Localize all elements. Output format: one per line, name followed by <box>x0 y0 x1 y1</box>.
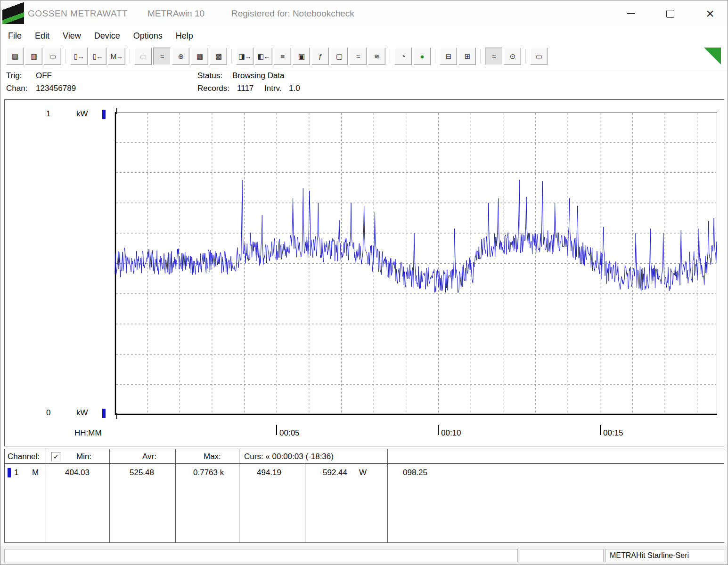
zoom-curve-icon: ≈ <box>492 53 495 60</box>
x-tick-mark <box>438 425 439 435</box>
cursor-view-button[interactable]: ⊕ <box>172 48 189 65</box>
timer-button[interactable]: ● <box>413 48 431 65</box>
measurement-table: Channel: ✓ Min: Avr: Max: Curs: « 00:00:… <box>4 449 724 543</box>
x-tick-label: 00:05 <box>279 428 300 438</box>
open-file-button[interactable]: ▭ <box>44 48 61 65</box>
annotation-button[interactable]: ▭ <box>530 48 548 65</box>
zoom-button[interactable]: ⊙ <box>504 48 521 65</box>
table-view-button[interactable]: ▦ <box>191 48 208 65</box>
records-label: Records: <box>197 84 229 93</box>
minimize-button[interactable] <box>619 4 643 23</box>
channel-mode: M <box>32 468 39 477</box>
save-data-button[interactable]: ▤ <box>6 48 24 65</box>
formula-icon: ƒ <box>319 53 322 60</box>
intrv-label: Intrv. <box>264 84 282 93</box>
read-device-button[interactable]: ▯→ <box>70 48 88 65</box>
trig-label: Trig: <box>6 71 22 81</box>
power-chart[interactable] <box>115 112 717 415</box>
cursor-a-value: 494.19 <box>257 468 281 477</box>
y-axis-max-unit: kW <box>76 109 88 119</box>
print-preview-button[interactable]: ⊟ <box>440 48 457 65</box>
min-value: 404.03 <box>65 468 90 477</box>
chan-value: 123456789 <box>36 84 76 93</box>
channel-list-button[interactable]: ≡ <box>274 48 291 65</box>
save-as-icon: ▥ <box>31 53 37 60</box>
menu-edit[interactable]: Edit <box>28 28 56 44</box>
read-memory-button[interactable]: M→ <box>108 48 125 65</box>
statusbar-message-field <box>4 549 518 562</box>
x-tick-mark <box>276 425 277 435</box>
import-data-button[interactable]: ◧← <box>255 48 272 65</box>
wave-b-button[interactable]: ≋ <box>368 48 385 65</box>
print-preview-icon: ⊟ <box>446 53 451 60</box>
print-button[interactable]: ⊞ <box>458 48 476 65</box>
chart-view-button[interactable]: ≈ <box>153 48 171 65</box>
menu-help[interactable]: Help <box>169 28 200 44</box>
zoom-icon: ⊙ <box>510 53 515 60</box>
channel-list-icon: ≡ <box>281 53 285 60</box>
records-value: 1117 <box>237 84 254 93</box>
cursor-delta-value: 098.25 <box>403 468 427 477</box>
chan-label: Chan: <box>6 84 27 93</box>
zoom-curve-button[interactable]: ≈ <box>485 48 502 65</box>
chart-view-icon: ≈ <box>160 53 164 60</box>
table-column-divider <box>239 449 239 542</box>
print-icon: ⊞ <box>465 53 470 60</box>
resize-grow-indicator-icon <box>704 48 721 65</box>
avr-value: 525.48 <box>130 468 154 477</box>
status-label: Status: <box>197 71 222 81</box>
close-button[interactable]: × <box>698 4 722 23</box>
color-settings-button[interactable]: ◔ <box>394 48 412 65</box>
menu-options[interactable]: Options <box>127 28 169 44</box>
numeric-view-button[interactable]: ▭ <box>134 48 152 65</box>
statistics-view-icon: ▩ <box>215 53 221 60</box>
x-axis-label: HH:MM <box>74 428 102 438</box>
y-axis-min-label: 0 <box>46 408 50 418</box>
channel-number: 1 <box>14 468 18 477</box>
titlebar: GOSSEN METRAWATT METRAwin 10 Registered … <box>0 0 728 27</box>
save-data-icon: ▤ <box>12 53 18 60</box>
export-data-button[interactable]: ◨→ <box>236 48 254 65</box>
trig-value: OFF <box>36 71 52 81</box>
save-as-button[interactable]: ▥ <box>25 48 42 65</box>
table-header-divider <box>5 463 724 464</box>
device-panel-button[interactable]: ▢ <box>330 48 348 65</box>
table-column-divider <box>109 449 110 542</box>
minimize-icon <box>627 13 635 14</box>
toolbar-separator <box>63 48 69 65</box>
y-axis-max-label: 1 <box>46 109 50 119</box>
maximize-icon <box>666 10 674 18</box>
channel-visibility-checkbox[interactable]: ✓ <box>51 452 61 461</box>
read-memory-icon: M→ <box>111 53 123 60</box>
brand-title: GOSSEN METRAWATT <box>28 8 128 19</box>
timer-icon: ● <box>420 53 424 60</box>
monitor-button[interactable]: ▣ <box>293 48 310 65</box>
chart-panel: 1 kW 0 kW HH:MM 00:0500:1000:15 <box>4 99 724 446</box>
send-device-button[interactable]: ▯← <box>89 48 106 65</box>
toolbar-separator <box>523 48 529 65</box>
import-data-icon: ◧← <box>257 53 270 60</box>
statusbar-device-field: METRAHit Starline-Seri <box>605 549 724 562</box>
wave-a-button[interactable]: ≈ <box>349 48 367 65</box>
intrv-value: 1.0 <box>289 84 300 93</box>
maximize-button[interactable] <box>658 4 682 23</box>
formula-button[interactable]: ƒ <box>311 48 329 65</box>
wave-b-icon: ≋ <box>374 53 380 60</box>
menu-file[interactable]: File <box>1 28 28 44</box>
menu-device[interactable]: Device <box>88 28 127 44</box>
table-view-icon: ▦ <box>196 53 203 60</box>
status-value: Browsing Data <box>232 71 285 81</box>
channel-column-header: Channel: <box>8 452 40 461</box>
channel-color-chip-bottom <box>102 409 106 418</box>
menubar: FileEditViewDeviceOptionsHelp <box>1 27 728 45</box>
cursor-b-unit: W <box>359 468 367 477</box>
device-panel-icon: ▢ <box>336 53 342 60</box>
send-device-icon: ▯← <box>93 53 103 60</box>
toolbar-divider <box>0 68 728 68</box>
channel-color-chip-top <box>102 110 106 119</box>
statistics-view-button[interactable]: ▩ <box>210 48 227 65</box>
menu-view[interactable]: View <box>56 28 88 44</box>
gossen-metrawatt-logo-icon <box>2 2 24 24</box>
y-axis-min-unit: kW <box>76 408 88 418</box>
app-window: GOSSEN METRAWATT METRAwin 10 Registered … <box>0 0 728 565</box>
